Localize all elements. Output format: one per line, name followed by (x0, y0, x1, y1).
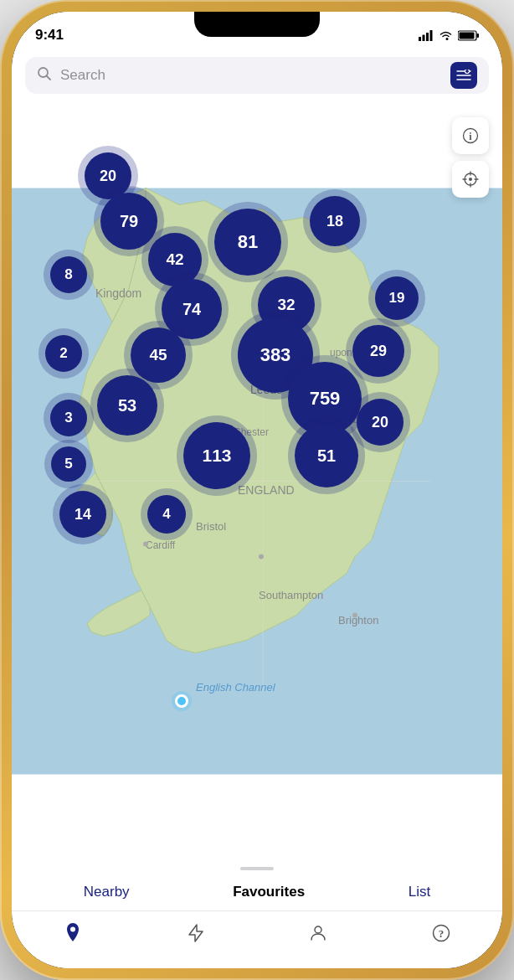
cluster-label-c20: 51 (295, 424, 358, 487)
svg-text:Southampton: Southampton (259, 589, 323, 601)
wifi-icon (439, 30, 453, 41)
map-area[interactable]: Leeds Chester Bristol Cardiff Southampto… (12, 104, 502, 859)
status-icons (419, 30, 479, 41)
nav-map[interactable] (48, 921, 98, 945)
map-button-group: i (452, 117, 489, 198)
map-nav-icon (63, 921, 83, 945)
svg-text:Kingdom: Kingdom (95, 286, 141, 300)
svg-point-28 (259, 554, 264, 560)
signal-icon (419, 30, 434, 41)
cluster-label-c14: 3 (50, 400, 87, 436)
cluster-c18[interactable]: 5 (44, 440, 93, 488)
nav-charge[interactable] (171, 923, 221, 943)
svg-rect-1 (423, 34, 425, 41)
cluster-label-c22: 4 (147, 495, 186, 534)
drag-handle[interactable] (240, 867, 274, 870)
phone-screen: 9:41 (12, 12, 502, 968)
nav-help[interactable]: ? (416, 923, 466, 943)
cluster-label-c13: 29 (352, 325, 404, 377)
phone-inner: 9:41 (12, 12, 502, 968)
bottom-section: Nearby Favourites List (12, 859, 502, 968)
segment-tabs: Nearby Favourites List (12, 877, 502, 910)
svg-point-30 (352, 613, 357, 618)
svg-text:English Channel: English Channel (196, 681, 276, 694)
tab-favourites[interactable]: Favourites (233, 884, 305, 900)
battery-icon (458, 30, 479, 41)
cluster-c21[interactable]: 14 (53, 484, 113, 544)
cluster-c3[interactable]: 8 (44, 250, 94, 300)
svg-point-41 (315, 926, 321, 933)
svg-point-39 (70, 927, 75, 932)
cluster-label-c15: 53 (97, 375, 157, 436)
cluster-label-c17: 20 (357, 399, 403, 446)
notch (194, 12, 320, 37)
svg-rect-6 (460, 32, 475, 39)
search-bar-container: Search (12, 49, 502, 104)
tab-nearby[interactable]: Nearby (84, 884, 130, 900)
cluster-c10[interactable]: 2 (39, 328, 89, 379)
svg-text:?: ? (439, 927, 445, 940)
account-nav-icon (308, 923, 328, 943)
help-nav-icon: ? (431, 923, 451, 943)
svg-text:i: i (469, 131, 472, 142)
info-button[interactable]: i (452, 117, 489, 154)
svg-rect-2 (426, 33, 429, 41)
bottom-nav: ? (12, 910, 502, 968)
filter-button[interactable] (450, 62, 477, 89)
svg-point-34 (469, 178, 472, 181)
cluster-c22[interactable]: 4 (141, 488, 193, 540)
cluster-label-c9: 19 (375, 276, 419, 320)
svg-rect-0 (419, 37, 421, 41)
nav-account[interactable] (293, 923, 343, 943)
svg-point-12 (465, 70, 470, 74)
search-placeholder: Search (60, 67, 442, 84)
tab-list[interactable]: List (409, 884, 430, 900)
status-time: 9:41 (35, 27, 64, 44)
user-location-dot (175, 694, 188, 708)
svg-marker-40 (189, 925, 203, 941)
cluster-label-c3: 8 (50, 256, 87, 293)
search-icon (37, 66, 52, 85)
cluster-label-c5: 81 (214, 209, 281, 276)
cluster-label-c10: 2 (45, 335, 82, 372)
phone-frame: 9:41 (0, 0, 514, 980)
svg-point-29 (143, 542, 148, 547)
cluster-c20[interactable]: 51 (288, 417, 365, 494)
svg-text:Bristol: Bristol (196, 520, 226, 533)
cluster-label-c6: 18 (310, 196, 360, 246)
cluster-label-c19: 113 (183, 422, 250, 489)
svg-rect-5 (477, 34, 480, 38)
svg-text:ENGLAND: ENGLAND (238, 483, 295, 497)
location-button[interactable] (452, 161, 489, 198)
charge-nav-icon (186, 923, 206, 943)
search-bar[interactable]: Search (25, 57, 489, 94)
cluster-c14[interactable]: 3 (44, 393, 94, 443)
svg-line-8 (47, 75, 51, 80)
cluster-c6[interactable]: 18 (303, 189, 367, 253)
svg-text:Cardiff: Cardiff (146, 539, 176, 551)
cluster-label-c18: 5 (51, 446, 86, 482)
svg-rect-3 (430, 30, 433, 41)
svg-text:Brighton: Brighton (338, 614, 378, 627)
filter-icon (456, 70, 471, 81)
cluster-c19[interactable]: 113 (177, 415, 257, 496)
cluster-label-c21: 14 (59, 491, 106, 538)
cluster-c15[interactable]: 53 (90, 369, 164, 442)
